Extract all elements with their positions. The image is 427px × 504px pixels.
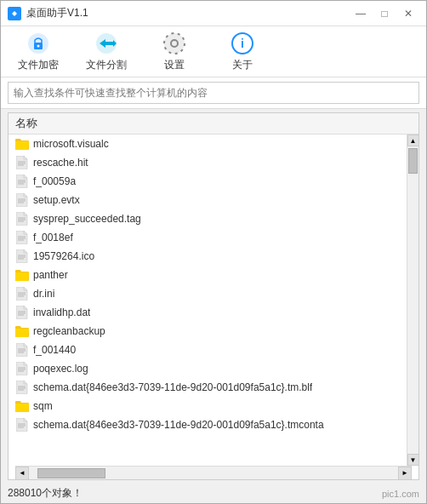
file-name-label: invalidhp.dat: [33, 306, 90, 318]
list-item[interactable]: sysprep_succeeded.tag: [9, 209, 407, 228]
file-list-header-label: 名称: [15, 116, 37, 131]
status-bar: 288010个对象！ pic1.com: [1, 484, 426, 503]
main-window: 桌面助手V1.1 — □ ✕ 文件加密: [0, 0, 427, 504]
file-icon: [15, 156, 29, 169]
file-icon: [15, 175, 29, 188]
file-name-label: poqexec.log: [33, 363, 88, 375]
toolbar: 文件加密 文件分割 设置: [1, 26, 426, 77]
file-name-label: schema.dat{846ee3d3-7039-11de-9d20-001d0…: [33, 381, 312, 393]
folder-icon: [15, 268, 29, 282]
window-title: 桌面助手V1.1: [26, 6, 88, 20]
search-input[interactable]: [8, 82, 419, 104]
list-item[interactable]: regcleanbackup: [9, 322, 407, 341]
file-name-label: 19579264.ico: [33, 250, 94, 262]
app-icon: [8, 7, 21, 20]
list-item[interactable]: invalidhp.dat: [9, 303, 407, 322]
list-item[interactable]: schema.dat{846ee3d3-7039-11de-9d20-001d0…: [9, 378, 407, 397]
file-icon: [15, 249, 29, 263]
settings-button[interactable]: 设置: [144, 30, 205, 74]
list-item[interactable]: panther: [9, 266, 407, 284]
about-button[interactable]: i 关于: [212, 30, 273, 74]
scroll-down-button[interactable]: ▼: [407, 454, 419, 466]
list-item[interactable]: f_0018ef: [9, 228, 407, 247]
folder-icon: [15, 137, 29, 151]
about-label: 关于: [232, 58, 253, 72]
scroll-right-button[interactable]: ►: [398, 467, 412, 480]
file-name-label: f_001440: [33, 344, 76, 356]
list-item[interactable]: rescache.hit: [9, 153, 407, 172]
list-item[interactable]: schema.dat{846ee3d3-7039-11de-9d20-001d0…: [9, 415, 407, 434]
list-item[interactable]: f_00059a: [9, 172, 407, 191]
close-button[interactable]: ✕: [397, 5, 419, 22]
file-name-label: schema.dat{846ee3d3-7039-11de-9d20-001d0…: [33, 419, 324, 431]
list-item[interactable]: dr.ini: [9, 284, 407, 303]
file-icon: [15, 193, 29, 207]
h-scroll-track[interactable]: [29, 467, 398, 480]
file-icon: [15, 287, 29, 301]
list-item[interactable]: sqm: [9, 397, 407, 415]
window-controls: — □ ✕: [350, 5, 419, 22]
svg-text:i: i: [241, 37, 244, 50]
maximize-button[interactable]: □: [373, 5, 396, 22]
file-name-label: f_0018ef: [33, 232, 73, 243]
title-bar: 桌面助手V1.1 — □ ✕: [1, 1, 426, 26]
folder-icon: [15, 324, 29, 338]
file-list-header: 名称: [9, 113, 418, 135]
file-name-label: rescache.hit: [33, 157, 88, 169]
scroll-track[interactable]: [407, 146, 418, 454]
file-name-label: sysprep_succeeded.tag: [33, 213, 141, 225]
status-count: 288010个对象！: [8, 486, 83, 501]
list-item[interactable]: setup.evtx: [9, 191, 407, 209]
title-left: 桌面助手V1.1: [8, 6, 88, 20]
encrypt-icon: [26, 32, 50, 55]
file-icon: [15, 418, 29, 432]
h-scroll-thumb[interactable]: [37, 468, 105, 478]
file-list-container: 名称 microsoft.visualc rescache.hit f_0005…: [8, 112, 419, 480]
file-split-button[interactable]: 文件分割: [76, 30, 137, 74]
settings-label: 设置: [164, 58, 185, 72]
list-item[interactable]: 19579264.ico: [9, 247, 407, 266]
list-item[interactable]: microsoft.visualc: [9, 135, 407, 153]
horizontal-scrollbar[interactable]: ◄ ►: [15, 466, 412, 479]
file-icon: [15, 343, 29, 357]
file-name-label: dr.ini: [33, 288, 54, 300]
list-item[interactable]: poqexec.log: [9, 359, 407, 378]
file-icon: [15, 362, 29, 375]
file-icon: [15, 212, 29, 226]
scroll-left-button[interactable]: ◄: [15, 467, 29, 480]
file-name-label: regcleanbackup: [33, 325, 105, 337]
file-name-label: panther: [33, 269, 68, 281]
watermark: pic1.com: [382, 489, 419, 499]
file-list-body: microsoft.visualc rescache.hit f_00059a …: [9, 135, 418, 466]
minimize-button[interactable]: —: [350, 5, 372, 22]
file-list-items[interactable]: microsoft.visualc rescache.hit f_00059a …: [9, 135, 407, 466]
search-bar: [1, 77, 426, 109]
scroll-thumb[interactable]: [408, 148, 418, 174]
file-encrypt-button[interactable]: 文件加密: [8, 30, 69, 74]
file-name-label: sqm: [33, 400, 53, 412]
file-split-label: 文件分割: [86, 58, 127, 72]
scroll-up-button[interactable]: ▲: [407, 135, 419, 146]
file-icon: [15, 306, 29, 319]
file-name-label: setup.evtx: [33, 194, 80, 206]
file-icon: [15, 381, 29, 394]
about-icon: i: [231, 32, 254, 55]
list-item[interactable]: f_001440: [9, 341, 407, 359]
settings-icon: [162, 32, 186, 55]
split-icon: [94, 32, 118, 55]
folder-icon: [15, 399, 29, 413]
vertical-scrollbar[interactable]: ▲ ▼: [407, 135, 418, 466]
file-name-label: microsoft.visualc: [33, 138, 109, 150]
file-icon: [15, 231, 29, 244]
svg-point-3: [37, 44, 40, 47]
file-encrypt-label: 文件加密: [18, 58, 59, 72]
file-name-label: f_00059a: [33, 175, 76, 187]
